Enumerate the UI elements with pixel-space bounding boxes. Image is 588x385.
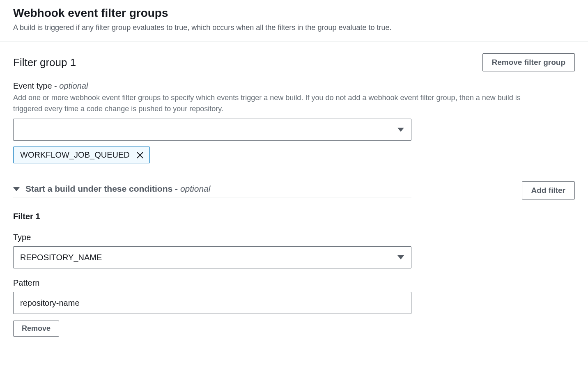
pattern-label: Pattern — [13, 278, 575, 288]
remove-filter-group-button[interactable]: Remove filter group — [482, 53, 575, 71]
svg-marker-3 — [13, 187, 20, 191]
pattern-input[interactable] — [13, 292, 411, 314]
conditions-optional: optional — [180, 184, 211, 193]
section-divider — [0, 41, 588, 42]
conditions-title-text: Start a build under these conditions - — [25, 184, 180, 193]
filter-type-select-value[interactable]: REPOSITORY_NAME — [13, 246, 411, 268]
page-title: Webhook event filter groups — [13, 7, 575, 20]
filter-type-select[interactable]: REPOSITORY_NAME — [13, 246, 411, 268]
add-filter-button[interactable]: Add filter — [522, 181, 575, 199]
close-icon — [136, 151, 144, 159]
event-type-description: Add one or more webhook event filter gro… — [13, 92, 547, 115]
event-type-select-value[interactable] — [13, 119, 411, 141]
expand-toggle-icon[interactable] — [13, 186, 20, 191]
filter-group-title: Filter group 1 — [13, 56, 76, 69]
remove-filter-button[interactable]: Remove — [13, 321, 59, 337]
remove-tag-button[interactable] — [136, 151, 145, 160]
conditions-title: Start a build under these conditions - o… — [25, 184, 210, 194]
filter-heading: Filter 1 — [13, 212, 575, 221]
event-type-tag-label: WORKFLOW_JOB_QUEUED — [20, 150, 130, 160]
event-type-tag: WORKFLOW_JOB_QUEUED — [13, 147, 150, 163]
event-type-label-text: Event type - — [13, 81, 59, 90]
event-type-label: Event type - optional — [13, 81, 575, 91]
event-type-optional: optional — [59, 81, 88, 90]
filter-type-label: Type — [13, 233, 575, 242]
event-type-select[interactable] — [13, 119, 411, 141]
page-subtitle: A build is triggered if any filter group… — [13, 22, 575, 33]
